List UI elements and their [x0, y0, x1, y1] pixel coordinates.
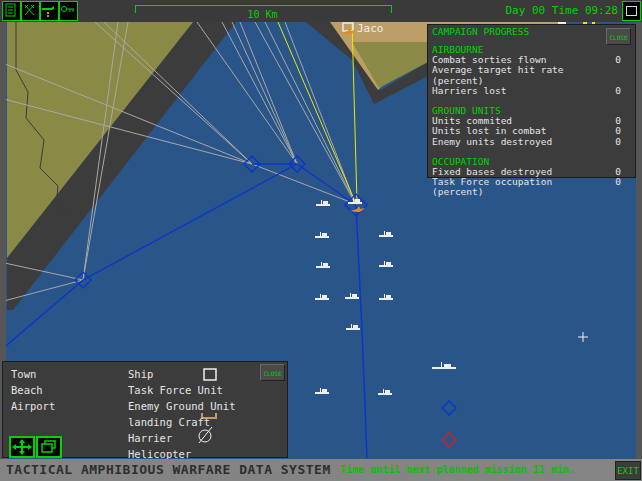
campaign-stat-value: [605, 65, 631, 85]
campaign-progress-panel: CAMPAIGN PROGRESS CLOSE AIRBOURNECombat …: [427, 24, 636, 178]
pan-map-button[interactable]: [9, 436, 35, 458]
combat-button[interactable]: [21, 1, 40, 21]
briefing-button[interactable]: [2, 1, 21, 21]
campaign-stat-value: 0: [605, 86, 631, 96]
task-force-diamond-symbol: [441, 400, 457, 416]
airport-symbol: [197, 426, 215, 444]
campaign-stat-label: Enemy units destroyed: [432, 137, 605, 147]
briefing-icon: [3, 2, 18, 18]
campaign-panel-title: CAMPAIGN PROGRESS: [432, 27, 529, 37]
legend-item-enemy-ground-unit: Enemy Ground Unit: [128, 400, 235, 412]
app-screen: Jaco: [0, 0, 642, 481]
campaign-stat-row: Task Force occupation (percent)0: [432, 177, 631, 197]
legend-item-ship: Ship: [128, 368, 153, 380]
harrier-button[interactable]: [40, 1, 59, 21]
legend-item-landing-craft: landing Craft: [128, 416, 210, 428]
top-toolbar: 10 Km Day 00 Time 09:28: [0, 0, 642, 22]
campaign-stat-value: 0: [605, 55, 631, 65]
town-label: Jaco: [357, 22, 384, 35]
toggle-window-button[interactable]: [36, 436, 62, 458]
campaign-stat-row: Harriers lost0: [432, 86, 631, 96]
key-icon: [60, 2, 75, 18]
legend-item-airport: Airport: [11, 400, 55, 412]
mission-countdown: Time until next planned mission 11 min.: [340, 464, 575, 475]
town-square-symbol: [203, 368, 217, 381]
campaign-stat-value: 0: [605, 177, 631, 197]
ship-symbol: [431, 362, 457, 370]
campaign-stat-row: Enemy units destroyed0: [432, 137, 631, 147]
campaign-stat-label: Average target hit rate (percent): [432, 65, 605, 85]
campaign-clock: Day 00 Time 09:28: [505, 4, 618, 17]
legend-close-button[interactable]: CLOSE: [260, 364, 285, 381]
map-legend-panel: CLOSE TownBeachAirportShipTask Force Uni…: [2, 361, 288, 458]
harrier-plane-icon: [41, 2, 56, 18]
campaign-panel-body: AIRBOURNECombat sorties flown0Average ta…: [432, 45, 631, 198]
legend-item-beach: Beach: [11, 384, 43, 396]
campaign-stat-row: Average target hit rate (percent): [432, 65, 631, 85]
campaign-stat-label: Harriers lost: [432, 86, 605, 96]
exit-button[interactable]: EXIT: [615, 461, 641, 480]
campaign-stat-label: Task Force occupation (percent): [432, 177, 605, 197]
legend-item-harrier: Harrier: [128, 432, 172, 444]
overlap-windows-icon: [38, 438, 60, 456]
enemy-diamond-symbol: [441, 432, 457, 448]
window-button[interactable]: [622, 1, 641, 21]
system-title: TACTICAL AMPHIBIOUS WARFARE DATA SYSTEM: [6, 462, 331, 477]
pan-arrows-icon: [11, 438, 33, 456]
window-icon: [626, 6, 637, 16]
legend-item-town: Town: [11, 368, 36, 380]
map-scale-label: 10 Km: [135, 9, 390, 20]
campaign-close-button[interactable]: CLOSE: [606, 28, 631, 45]
legend-item-task-force-unit: Task Force Unit: [128, 384, 223, 396]
bottom-status-bar: TACTICAL AMPHIBIOUS WARFARE DATA SYSTEM …: [0, 459, 642, 481]
crossed-swords-icon: [22, 2, 37, 18]
campaign-stat-value: 0: [605, 137, 631, 147]
map-border-right: [636, 22, 642, 459]
key-button[interactable]: [59, 1, 78, 21]
